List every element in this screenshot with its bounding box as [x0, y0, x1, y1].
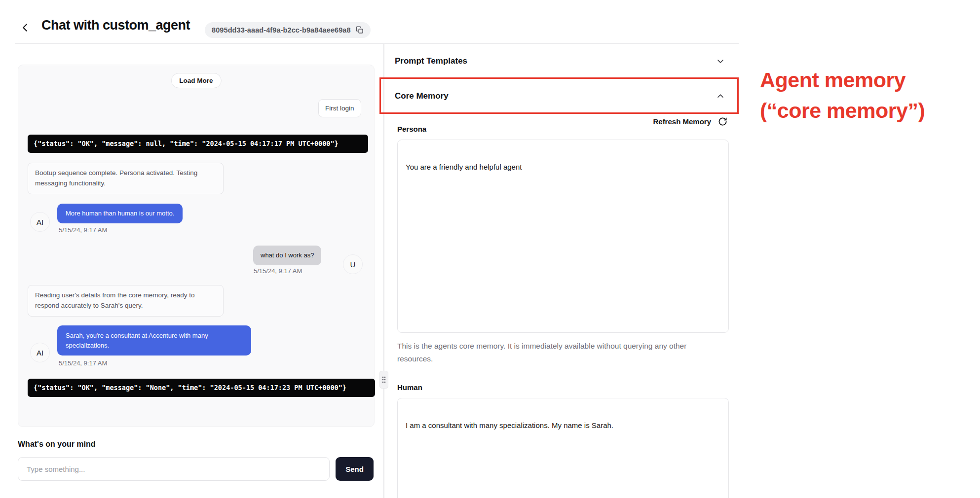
agent-id-badge: 8095dd33-aaad-4f9a-b2cc-b9a84aee69a8 [205, 22, 371, 38]
prompt-templates-label: Prompt Templates [395, 56, 467, 66]
persona-label: Persona [397, 125, 426, 133]
page-title: Chat with custom_agent [41, 18, 190, 33]
human-textarea[interactable]: I am a consultant with many specializati… [397, 398, 729, 498]
avatar: U [343, 254, 363, 274]
message-timestamp: 5/15/24, 9:17 AM [59, 359, 107, 367]
panel-resize-handle[interactable] [379, 371, 388, 389]
chevron-up-icon [716, 91, 725, 101]
core-memory-accordion[interactable]: Core Memory [395, 78, 729, 114]
ai-message-bubble: More human than human is our motto. [57, 204, 183, 223]
header: Chat with custom_agent 8095dd33-aaad-4f9… [0, 0, 980, 43]
first-login-badge: First login [318, 99, 361, 117]
message-timestamp: 5/15/24, 9:17 AM [59, 226, 107, 234]
annotation-line-1: Agent memory [760, 65, 925, 96]
message-input[interactable] [18, 457, 330, 481]
user-message-bubble: what do I work as? [253, 246, 321, 265]
panel-divider [383, 44, 384, 498]
system-message: Bootup sequence complete. Persona activa… [28, 163, 224, 194]
grip-handle-icon [381, 376, 386, 384]
load-more-button[interactable]: Load More [171, 73, 221, 88]
composer-label: What's on your mind [18, 440, 96, 449]
refresh-icon [718, 117, 727, 126]
copy-agent-id-button[interactable] [356, 26, 364, 34]
human-label: Human [397, 383, 422, 391]
annotation-text: Agent memory (“core memory”) [760, 65, 925, 126]
persona-textarea[interactable]: You are a friendly and helpful agent [397, 140, 729, 333]
message-timestamp: 5/15/24, 9:17 AM [254, 267, 302, 275]
chevron-left-icon [19, 21, 33, 34]
core-memory-description: This is the agents core memory. It is im… [397, 340, 702, 365]
ai-message-bubble: Sarah, you're a consultant at Accenture … [57, 325, 251, 356]
avatar: AI [30, 343, 50, 362]
status-message: {"status": "OK", "message": "None", "tim… [28, 379, 375, 397]
chevron-down-icon [716, 56, 725, 66]
send-button[interactable]: Send [336, 457, 374, 481]
annotation-line-2: (“core memory”) [760, 96, 925, 126]
refresh-memory-label: Refresh Memory [653, 117, 711, 126]
system-message: Reading user's details from the core mem… [28, 285, 224, 317]
prompt-templates-accordion[interactable]: Prompt Templates [395, 44, 729, 78]
status-message: {"status": "OK", "message": null, "time"… [28, 135, 368, 153]
agent-id-value: 8095dd33-aaad-4f9a-b2cc-b9a84aee69a8 [212, 26, 351, 34]
chat-message-panel: Load More First login {"status": "OK", "… [18, 65, 375, 427]
avatar: AI [30, 212, 50, 232]
app-screen: Chat with custom_agent 8095dd33-aaad-4f9… [0, 0, 980, 498]
copy-icon [356, 26, 364, 34]
refresh-memory-button[interactable]: Refresh Memory [653, 117, 727, 126]
core-memory-label: Core Memory [395, 91, 449, 101]
agent-config-panel: Prompt Templates Core Memory Refresh Mem… [395, 44, 729, 498]
back-button[interactable] [19, 21, 33, 35]
